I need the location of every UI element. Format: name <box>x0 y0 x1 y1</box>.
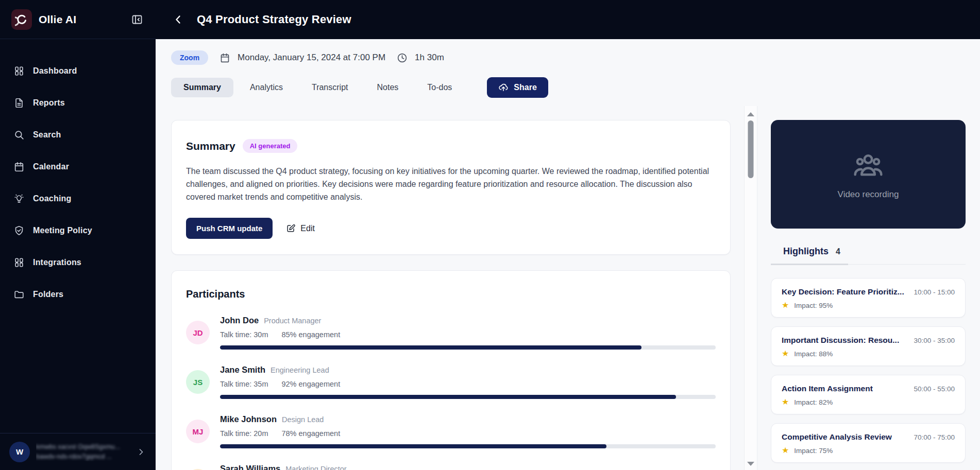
participant-name: Mike Johnson <box>220 414 277 424</box>
sidebar-nav: DashboardReportsSearchCalendarCoachingMe… <box>0 39 156 307</box>
highlight-time-range: 50:00 - 55:00 <box>914 385 955 393</box>
sidebar-item-label: Dashboard <box>33 66 77 76</box>
right-panel: Video recording Highlights 4 Key Decisio… <box>771 106 966 470</box>
participant-row: JDJohn DoeProduct ManagerTalk time: 30m8… <box>186 316 716 350</box>
participant-name: Jane Smith <box>220 365 265 375</box>
highlight-impact: Impact: 88% <box>794 350 833 358</box>
scroll-up-arrow-icon[interactable] <box>747 112 754 116</box>
highlight-card[interactable]: Competitive Analysis Review70:00 - 75:00… <box>771 423 966 463</box>
bulb-icon <box>13 193 25 204</box>
talk-time: Talk time: 30m <box>220 330 268 339</box>
highlight-card[interactable]: Action Item Assignment50:00 - 55:00★Impa… <box>771 375 966 414</box>
tab-summary[interactable]: Summary <box>171 78 233 97</box>
tab-analytics[interactable]: Analytics <box>238 78 295 97</box>
sidebar-item-label: Integrations <box>33 258 81 267</box>
participant-name: John Doe <box>220 316 259 325</box>
sidebar-item-label: Folders <box>33 290 63 299</box>
meeting-meta: Zoom Monday, January 15, 2024 at 7:00 PM… <box>156 39 980 65</box>
back-button[interactable] <box>170 11 187 28</box>
calendar-icon <box>13 161 25 172</box>
participants-title: Participants <box>186 288 716 300</box>
sidebar-item-folders[interactable]: Folders <box>7 282 148 307</box>
chevron-right-icon <box>136 447 146 457</box>
tab-transcript[interactable]: Transcript <box>299 78 361 97</box>
highlight-time-range: 10:00 - 15:00 <box>914 288 955 296</box>
file-text-icon <box>13 97 25 109</box>
grid-icon <box>13 257 25 268</box>
sidebar-collapse-button[interactable] <box>130 12 144 27</box>
talk-time: Talk time: 35m <box>220 380 268 388</box>
clock-icon <box>397 53 408 63</box>
sidebar-item-dashboard[interactable]: Dashboard <box>7 59 148 83</box>
participant-list: JDJohn DoeProduct ManagerTalk time: 30m8… <box>186 316 716 470</box>
folder-icon <box>13 289 25 300</box>
user-name-obscured: kmwbs xacvst Oqw8Sgxmu... <box>36 442 130 452</box>
summary-title: Summary <box>186 140 235 152</box>
scroll-down-arrow-icon[interactable] <box>747 462 754 466</box>
participant-role: Engineering Lead <box>271 366 329 374</box>
user-menu[interactable]: W kmwbs xacvst Oqw8Sgxmu... bawdv-nds-rd… <box>0 433 156 470</box>
talk-time: Talk time: 20m <box>220 429 268 438</box>
edit-label: Edit <box>300 224 315 233</box>
highlight-card[interactable]: Important Discussion: Resou...30:00 - 35… <box>771 326 966 366</box>
engagement-bar-track <box>220 345 716 350</box>
participant-row: MJMike JohnsonDesign LeadTalk time: 20m7… <box>186 414 716 448</box>
sidebar-item-reports[interactable]: Reports <box>7 91 148 115</box>
search-icon <box>13 129 25 141</box>
star-icon: ★ <box>782 301 789 309</box>
vertical-scrollbar[interactable] <box>744 106 757 470</box>
topbar: Q4 Product Strategy Review <box>156 0 980 39</box>
highlight-title: Key Decision: Feature Prioritiz... <box>782 287 910 297</box>
cloud-upload-icon <box>498 82 509 93</box>
user-email-obscured: bawdv-nds-rdov7gqmcd ... <box>36 452 130 462</box>
video-recording-card[interactable]: Video recording <box>771 120 966 229</box>
avatar: MJ <box>186 420 210 443</box>
highlight-title: Important Discussion: Resou... <box>782 336 910 345</box>
sidebar-item-coaching[interactable]: Coaching <box>7 186 148 211</box>
sidebar-item-calendar[interactable]: Calendar <box>7 154 148 179</box>
share-button[interactable]: Share <box>487 77 548 98</box>
push-crm-update-button[interactable]: Push CRM update <box>186 218 273 239</box>
engagement-bar-fill <box>220 345 641 350</box>
left-column: Summary AI generated The team discussed … <box>171 106 731 470</box>
sidebar-item-meeting-policy[interactable]: Meeting Policy <box>7 218 148 243</box>
highlight-time-range: 30:00 - 35:00 <box>914 337 955 344</box>
highlight-time-range: 70:00 - 75:00 <box>914 433 955 441</box>
pencil-edit-icon <box>286 223 296 233</box>
meeting-duration: 1h 30m <box>415 53 444 63</box>
participants-card: Participants JDJohn DoeProduct ManagerTa… <box>171 270 731 470</box>
highlights-title: Highlights <box>783 246 829 257</box>
sidebar-item-label: Calendar <box>33 162 69 171</box>
highlight-impact: Impact: 82% <box>794 398 833 406</box>
highlight-card[interactable]: Key Decision: Feature Prioritiz...10:00 … <box>771 278 966 318</box>
panel-collapse-icon <box>131 13 143 26</box>
chevron-left-icon <box>172 13 184 26</box>
video-recording-label: Video recording <box>838 189 899 200</box>
participant-role: Product Manager <box>264 317 321 325</box>
tab-notes[interactable]: Notes <box>364 78 411 97</box>
highlight-impact: Impact: 75% <box>794 447 833 455</box>
participant-role: Design Lead <box>282 415 324 424</box>
people-group-icon <box>852 149 885 182</box>
engagement: 85% engagement <box>281 330 340 339</box>
grid-icon <box>13 65 25 77</box>
highlight-impact: Impact: 95% <box>794 302 833 309</box>
main-area: Zoom Monday, January 15, 2024 at 7:00 PM… <box>156 39 980 470</box>
engagement-bar-track <box>220 444 716 448</box>
tabs-row: SummaryAnalyticsTranscriptNotesTo-dos Sh… <box>171 77 980 98</box>
participant-row: JSJane SmithEngineering LeadTalk time: 3… <box>186 365 716 399</box>
highlights-header: Highlights 4 <box>771 246 966 265</box>
scrollbar-thumb[interactable] <box>748 120 754 178</box>
sidebar-item-label: Search <box>33 130 61 140</box>
engagement-bar-track <box>220 395 716 399</box>
tab-to-dos[interactable]: To-dos <box>415 78 464 97</box>
participant-row: SWSarah WilliamsMarketing DirectorTalk t… <box>186 464 716 470</box>
sidebar-item-integrations[interactable]: Integrations <box>7 250 148 275</box>
engagement-bar-fill <box>220 395 676 399</box>
avatar: JS <box>186 370 210 394</box>
sidebar-item-search[interactable]: Search <box>7 123 148 147</box>
edit-button[interactable]: Edit <box>286 223 315 233</box>
shield-check-icon <box>13 225 25 236</box>
sidebar: Ollie AI DashboardReportsSearchCalendarC… <box>0 0 156 470</box>
avatar: JD <box>186 321 210 344</box>
